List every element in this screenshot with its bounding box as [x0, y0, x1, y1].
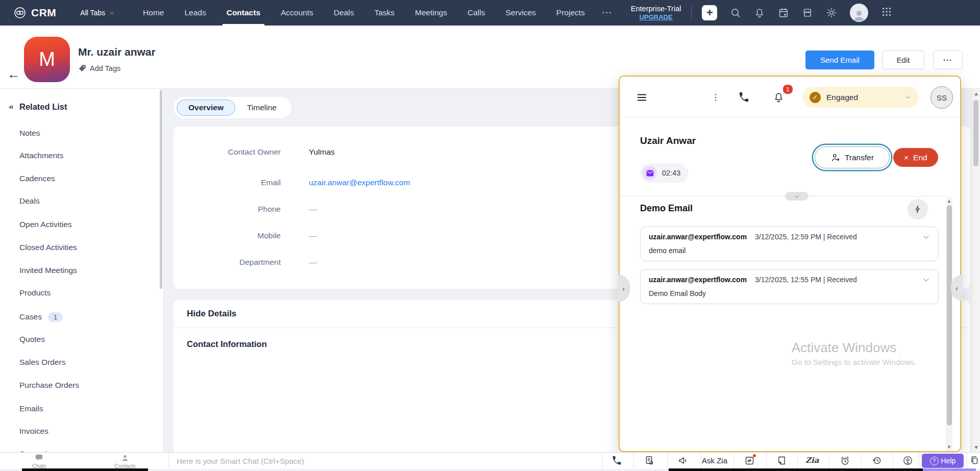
- create-button[interactable]: +: [702, 5, 717, 20]
- sidebar-item-label: Sales Orders: [19, 358, 65, 367]
- add-tags[interactable]: Add Tags: [78, 64, 120, 72]
- page-scrollbar[interactable]: ▲ ▼: [971, 89, 980, 452]
- marketplace-icon[interactable]: [802, 7, 813, 18]
- agent-status-dropdown[interactable]: ✓ Engaged: [802, 87, 919, 108]
- sidebar-item-open-activities[interactable]: Open Activities: [19, 219, 72, 230]
- signals-icon[interactable]: [744, 455, 755, 466]
- expand-email-chevron[interactable]: [922, 276, 930, 284]
- sidebar-item-label: Notes: [19, 129, 40, 138]
- notes-icon[interactable]: [776, 455, 787, 466]
- announcements-megaphone-icon[interactable]: [678, 455, 689, 466]
- tab-accounts[interactable]: Accounts: [271, 0, 324, 26]
- zoho-rings-icon: [13, 6, 27, 19]
- field-value[interactable]: —: [309, 231, 317, 240]
- sidebar-item-closed-activities[interactable]: Closed Activities: [19, 242, 77, 253]
- sidebar-item-sales-orders[interactable]: Sales Orders: [19, 357, 65, 368]
- chevron-down-icon: [905, 94, 912, 101]
- zia-signature-icon[interactable]: Zia: [805, 456, 819, 465]
- sidebar-item-cadences[interactable]: Cadences: [19, 173, 55, 184]
- reminders-alarm-icon[interactable]: [840, 455, 850, 466]
- scroll-up-icon[interactable]: ▲: [972, 91, 980, 96]
- tag-icon: [78, 64, 87, 72]
- field-value[interactable]: —: [309, 258, 317, 267]
- send-email-button[interactable]: Send Email: [805, 51, 874, 69]
- nav-more-tabs[interactable]: ···: [595, 9, 620, 17]
- sidebar-item-deals[interactable]: Deals: [19, 195, 40, 207]
- contact-avatar[interactable]: M: [24, 37, 70, 82]
- related-list-header[interactable]: Related List: [6, 102, 67, 112]
- accessibility-icon[interactable]: [902, 455, 913, 466]
- field-value[interactable]: Yulmas: [309, 147, 335, 157]
- sidebar-item-quotes[interactable]: Quotes: [19, 334, 45, 345]
- scrollbar-thumb[interactable]: [973, 100, 978, 166]
- tab-meetings[interactable]: Meetings: [405, 0, 457, 26]
- sidebar-item-label: Products: [19, 288, 51, 298]
- tab-tasks[interactable]: Tasks: [364, 0, 405, 26]
- sidebar-item-notes[interactable]: Notes: [19, 128, 40, 139]
- sidebar-item-invoices[interactable]: Invoices: [19, 426, 48, 437]
- sidebar-scrollbar[interactable]: [160, 90, 162, 289]
- feedback-form-icon[interactable]: [644, 455, 655, 466]
- email-card[interactable]: uzair.anwar@expertflow.com 3/12/2025, 12…: [640, 269, 939, 304]
- all-tabs-dropdown[interactable]: All Tabs: [74, 6, 121, 20]
- field-value[interactable]: —: [309, 205, 317, 214]
- more-actions-button[interactable]: ···: [933, 51, 963, 69]
- scroll-down-icon[interactable]: ▼: [946, 444, 952, 450]
- smart-chat-input[interactable]: [176, 454, 596, 468]
- panel-scrollbar[interactable]: ▲ ▼: [946, 197, 952, 451]
- notifications-bell-icon[interactable]: [754, 7, 765, 18]
- tab-calls[interactable]: Calls: [457, 0, 495, 26]
- end-call-button[interactable]: × End: [893, 148, 938, 167]
- email-link[interactable]: uzair.anwar@expertflow.com: [309, 178, 410, 187]
- divider: [602, 453, 603, 468]
- transfer-button[interactable]: Transfer: [815, 146, 890, 168]
- tab-projects[interactable]: Projects: [546, 0, 595, 26]
- edit-button[interactable]: Edit: [882, 51, 924, 69]
- sidebar-item-cases[interactable]: Cases1: [19, 311, 63, 323]
- sidebar-item-emails[interactable]: Emails: [19, 403, 43, 414]
- calendar-icon[interactable]: [778, 7, 789, 18]
- ask-zia-button[interactable]: Ask Zia: [702, 456, 727, 465]
- scroll-down-icon[interactable]: ▼: [972, 444, 980, 450]
- tab-overview[interactable]: Overview: [177, 100, 235, 116]
- sidebar-item-purchase-orders[interactable]: Purchase Orders: [19, 380, 79, 391]
- help-button[interactable]: ? Help: [922, 454, 964, 468]
- upgrade-link[interactable]: UPGRADE: [631, 13, 681, 21]
- sidebar-item-attachments[interactable]: Attachments: [19, 150, 63, 161]
- apps-grid-icon[interactable]: [881, 6, 892, 19]
- tab-contacts[interactable]: Contacts: [216, 0, 271, 26]
- view-tabs: Overview Timeline: [174, 97, 291, 118]
- notification-count-badge: 1: [782, 84, 794, 95]
- sidebar-item-campaigns[interactable]: Campaigns: [19, 449, 59, 452]
- settings-gear-icon[interactable]: [826, 7, 837, 18]
- menu-hamburger-icon[interactable]: [635, 92, 648, 103]
- expand-email-chevron[interactable]: [922, 233, 930, 241]
- sidebar-item-invited-meetings[interactable]: Invited Meetings: [19, 265, 77, 276]
- history-icon[interactable]: [872, 455, 883, 466]
- phone-icon[interactable]: [611, 455, 622, 468]
- tab-timeline[interactable]: Timeline: [235, 100, 288, 116]
- contacts-tab[interactable]: Contacts: [107, 453, 143, 468]
- copy-clipboard-icon[interactable]: [969, 455, 979, 465]
- phone-icon[interactable]: [738, 91, 750, 105]
- tab-leads[interactable]: Leads: [174, 0, 216, 26]
- search-icon[interactable]: [730, 7, 741, 18]
- tab-home[interactable]: Home: [133, 0, 174, 26]
- collapse-section-button[interactable]: [785, 192, 808, 201]
- tab-services[interactable]: Services: [495, 0, 546, 26]
- chats-tab[interactable]: Chats: [21, 453, 57, 468]
- tab-deals[interactable]: Deals: [324, 0, 364, 26]
- hide-details-toggle[interactable]: Hide Details: [187, 309, 236, 319]
- back-arrow-icon[interactable]: ←: [7, 67, 20, 81]
- quick-actions-button[interactable]: [908, 199, 928, 219]
- email-card[interactable]: uzair.anwar@expertflow.com 3/12/2025, 12…: [640, 227, 939, 261]
- user-avatar[interactable]: [850, 4, 868, 22]
- kebab-menu-icon[interactable]: [710, 92, 721, 105]
- agent-call-panel: 1 ✓ Engaged SS Uzair Anwar 02:43 Transfe…: [619, 76, 961, 452]
- avatar-letter: M: [39, 48, 55, 70]
- scroll-up-icon[interactable]: ▲: [946, 199, 952, 204]
- agent-avatar[interactable]: SS: [930, 86, 953, 109]
- scrollbar-thumb[interactable]: [947, 205, 952, 426]
- sidebar-item-products[interactable]: Products: [19, 287, 51, 299]
- crm-logo[interactable]: CRM: [13, 6, 56, 19]
